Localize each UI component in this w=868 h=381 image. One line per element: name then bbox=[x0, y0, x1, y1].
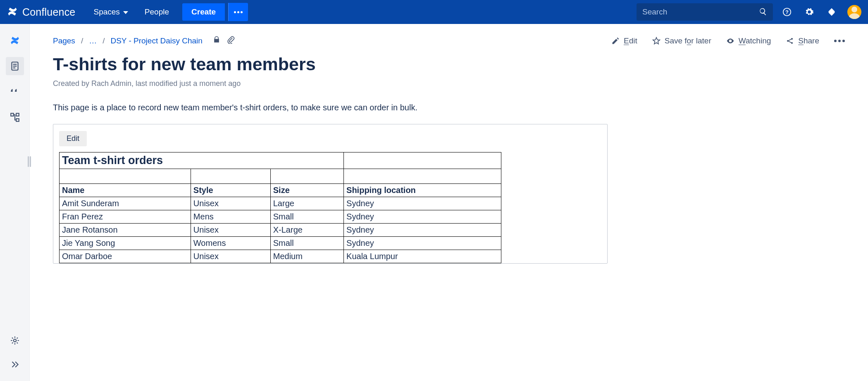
action-edit[interactable]: Edit bbox=[611, 36, 637, 45]
search-icon bbox=[759, 7, 767, 17]
crumb-sep: / bbox=[103, 36, 105, 45]
search-box[interactable] bbox=[637, 3, 773, 21]
chevron-double-right-icon bbox=[10, 359, 20, 370]
create-more-button[interactable] bbox=[228, 3, 248, 21]
cell: Womens bbox=[191, 237, 270, 250]
svg-point-9 bbox=[13, 339, 16, 342]
cell: Kuala Lumpur bbox=[344, 250, 501, 263]
action-edit-u: E bbox=[624, 36, 629, 45]
cell: Sydney bbox=[344, 197, 501, 210]
chevron-down-icon bbox=[123, 11, 128, 14]
notifications-button[interactable] bbox=[823, 4, 840, 20]
brand-name: Confluence bbox=[22, 6, 75, 18]
gear-icon bbox=[805, 7, 814, 17]
cell: Jane Rotanson bbox=[60, 224, 191, 237]
cell: Sydney bbox=[344, 210, 501, 224]
cell: Fran Perez bbox=[60, 210, 191, 224]
action-edit-rest: dit bbox=[629, 36, 637, 45]
page-content: Pages / … / DSY - Project Daisy Chain bbox=[30, 24, 868, 381]
confluence-mark-icon bbox=[10, 35, 20, 46]
attachments-icon[interactable] bbox=[227, 36, 235, 46]
table-row: Fran Perez Mens Small Sydney bbox=[60, 210, 501, 224]
cell: Amit Sunderam bbox=[60, 197, 191, 210]
cell: Unisex bbox=[191, 250, 270, 263]
action-watch[interactable]: Watching bbox=[726, 36, 771, 45]
crumb-ellipsis[interactable]: … bbox=[89, 36, 97, 45]
table-row: Jane Rotanson Unisex X-Large Sydney bbox=[60, 224, 501, 237]
notification-icon bbox=[827, 7, 836, 17]
help-icon: ? bbox=[782, 7, 792, 17]
eye-icon bbox=[726, 37, 734, 45]
page-intro: This page is a place to record new team … bbox=[53, 103, 845, 112]
top-nav: Confluence Spaces People Create ? bbox=[0, 0, 868, 24]
embedded-panel: Edit Team t-shirt orders Name Style Size… bbox=[53, 124, 608, 264]
table-row: Jie Yang Song Womens Small Sydney bbox=[60, 237, 501, 250]
settings-button[interactable] bbox=[801, 4, 818, 20]
nav-people[interactable]: People bbox=[138, 4, 176, 20]
rail-space-settings[interactable] bbox=[6, 331, 24, 350]
table-title: Team t-shirt orders bbox=[60, 152, 344, 169]
action-save-post: r later bbox=[691, 36, 711, 45]
action-share-rest: hare bbox=[804, 36, 819, 45]
cell: Sydney bbox=[344, 237, 501, 250]
embed-edit-button[interactable]: Edit bbox=[59, 131, 87, 146]
search-input[interactable] bbox=[642, 7, 755, 17]
orders-table: Team t-shirt orders Name Style Size Ship… bbox=[59, 152, 501, 263]
rail-pages[interactable] bbox=[6, 57, 24, 75]
ellipsis-icon bbox=[234, 11, 243, 13]
svg-rect-6 bbox=[11, 113, 14, 116]
brand[interactable]: Confluence bbox=[7, 6, 75, 19]
action-share-u: S bbox=[798, 36, 804, 45]
rail-blog[interactable] bbox=[6, 83, 24, 101]
table-header-row: Name Style Size Shipping location bbox=[60, 184, 501, 197]
crumb-sep: / bbox=[81, 36, 83, 45]
tree-icon bbox=[10, 112, 20, 123]
action-share[interactable]: Share bbox=[786, 36, 819, 45]
cell: Large bbox=[270, 197, 343, 210]
col-size: Size bbox=[270, 184, 343, 197]
table-row: Amit Sunderam Unisex Large Sydney bbox=[60, 197, 501, 210]
rail-expand[interactable] bbox=[6, 355, 24, 374]
col-style: Style bbox=[191, 184, 270, 197]
rail-tree[interactable] bbox=[6, 108, 24, 126]
col-name: Name bbox=[60, 184, 191, 197]
nav-spaces[interactable]: Spaces bbox=[87, 4, 134, 20]
share-icon bbox=[786, 37, 794, 45]
star-icon bbox=[652, 37, 661, 45]
rail-resize-handle[interactable] bbox=[28, 156, 31, 167]
svg-rect-8 bbox=[16, 119, 19, 121]
cell: X-Large bbox=[270, 224, 343, 237]
cell: Omar Darboe bbox=[60, 250, 191, 263]
svg-rect-7 bbox=[16, 113, 19, 116]
action-save-later[interactable]: Save for later bbox=[652, 36, 711, 45]
cell: Unisex bbox=[191, 197, 270, 210]
restrictions-icon[interactable] bbox=[212, 36, 221, 46]
breadcrumb: Pages / … / DSY - Project Daisy Chain bbox=[53, 36, 235, 46]
help-button[interactable]: ? bbox=[779, 4, 795, 20]
create-button[interactable]: Create bbox=[182, 3, 225, 21]
pencil-icon bbox=[611, 37, 620, 45]
page-title: T-shirts for new team members bbox=[53, 54, 845, 74]
nav-people-label: People bbox=[145, 7, 169, 17]
confluence-logo-icon bbox=[7, 6, 18, 19]
crumb-parent[interactable]: DSY - Project Daisy Chain bbox=[110, 36, 202, 45]
cell: Jie Yang Song bbox=[60, 237, 191, 250]
page-icon bbox=[10, 61, 20, 71]
cell: Medium bbox=[270, 250, 343, 263]
cell: Small bbox=[270, 237, 343, 250]
avatar[interactable] bbox=[847, 5, 861, 19]
cell: Small bbox=[270, 210, 343, 224]
page-meta: Created by Rach Admin, last modified jus… bbox=[53, 79, 845, 88]
svg-text:?: ? bbox=[785, 9, 789, 15]
action-more[interactable] bbox=[834, 40, 845, 42]
cell: Unisex bbox=[191, 224, 270, 237]
left-rail bbox=[0, 24, 30, 381]
table-row: Omar Darboe Unisex Medium Kuala Lumpur bbox=[60, 250, 501, 263]
quote-icon bbox=[10, 86, 20, 97]
rail-space-logo[interactable] bbox=[6, 31, 24, 50]
action-watch-u: W bbox=[739, 36, 746, 45]
breadcrumb-row: Pages / … / DSY - Project Daisy Chain bbox=[53, 36, 845, 46]
action-save-u: o bbox=[687, 36, 692, 45]
page-actions: Edit Save for later Watching Share bbox=[611, 36, 845, 45]
crumb-pages[interactable]: Pages bbox=[53, 36, 75, 45]
